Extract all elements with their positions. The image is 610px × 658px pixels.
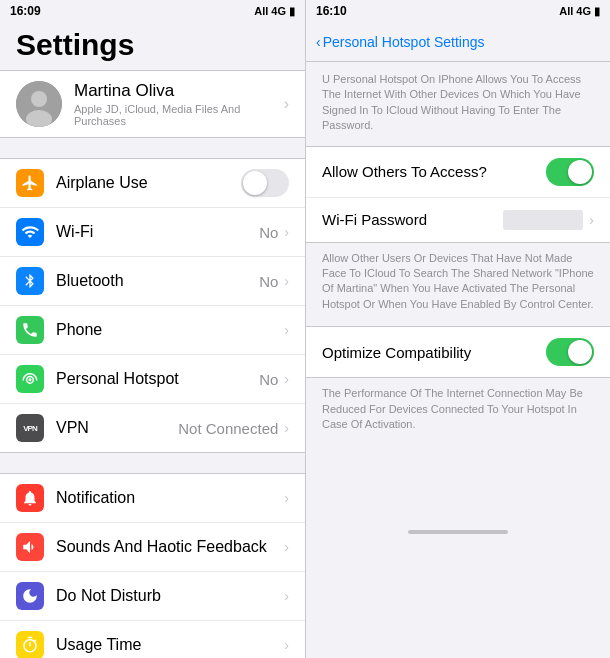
allow-others-label: Allow Others To Access? [322,163,546,180]
hotspot-value: No [259,371,278,388]
airplane-icon [16,169,44,197]
optimize-label: Optimize Compatibility [322,344,546,361]
usage-icon [16,631,44,658]
svg-point-1 [31,91,47,107]
wifi-password-chevron: › [589,212,594,228]
right-status-icons: All 4G ▮ [559,5,600,18]
notification-group: Notification › Sounds And Haotic Feedbac… [0,473,305,658]
left-time: 16:09 [10,4,41,18]
settings-item-vpn[interactable]: VPN VPN Not Connected › [0,404,305,452]
phone-chevron: › [284,322,289,338]
phone-icon [16,316,44,344]
right-time: 16:10 [316,4,347,18]
dnd-label: Do Not Disturb [56,587,284,605]
airplane-label: Airplane Use [56,174,241,192]
left-battery-icon: ▮ [289,5,295,18]
back-chevron: ‹ [316,34,321,50]
vpn-chevron: › [284,420,289,436]
right-status-bar: 16:10 All 4G ▮ [306,0,610,22]
wifi-label: Wi-Fi [56,223,259,241]
nav-back-label: Personal Hotspot Settings [323,34,485,50]
bluetooth-chevron: › [284,273,289,289]
phone-label: Phone [56,321,284,339]
nav-bar: ‹ Personal Hotspot Settings [306,22,610,62]
dnd-chevron: › [284,588,289,604]
user-profile[interactable]: Martina Oliva Apple JD, iCloud, Media Fi… [0,70,305,138]
connectivity-group: Airplane Use Wi-Fi No › Bluetooth No › [0,158,305,453]
vpn-label: VPN [56,419,178,437]
vpn-value: Not Connected [178,420,278,437]
usage-label: Usage Time [56,636,284,654]
shared-network-info: Allow Other Users Or Devices That Have N… [306,243,610,327]
wifi-chevron: › [284,224,289,240]
back-button[interactable]: ‹ Personal Hotspot Settings [316,34,485,50]
allow-others-toggle-knob [568,160,592,184]
settings-item-airplane[interactable]: Airplane Use [0,159,305,208]
user-chevron: › [284,95,289,113]
settings-title: Settings [0,22,305,70]
wifi-icon [16,218,44,246]
right-battery-icon: ▮ [594,5,600,18]
settings-item-bluetooth[interactable]: Bluetooth No › [0,257,305,306]
notification-chevron: › [284,490,289,506]
right-network: All 4G [559,5,591,17]
vpn-icon: VPN [16,414,44,442]
usage-chevron: › [284,637,289,653]
optimize-toggle-knob [568,340,592,364]
settings-item-phone[interactable]: Phone › [0,306,305,355]
left-status-bar: 16:09 All 4G ▮ [0,0,305,22]
hotspot-chevron: › [284,371,289,387]
optimize-group: Optimize Compatibility [306,326,610,378]
user-name: Martina Oliva [74,81,284,101]
bluetooth-value: No [259,273,278,290]
allow-others-group: Allow Others To Access? Wi-Fi Password › [306,146,610,243]
wifi-password-value [503,210,583,230]
wifi-password-label: Wi-Fi Password [322,211,503,228]
right-content: U Personal Hotspot On IPhone Allows You … [306,62,610,658]
settings-item-dnd[interactable]: Do Not Disturb › [0,572,305,621]
left-panel: 16:09 All 4G ▮ Settings Martina Oliva Ap… [0,0,305,658]
sounds-icon [16,533,44,561]
optimize-toggle[interactable] [546,338,594,366]
airplane-toggle-knob [243,171,267,195]
sounds-label: Sounds And Haotic Feedback [56,538,284,556]
left-status-icons: All 4G ▮ [254,5,295,18]
bluetooth-icon [16,267,44,295]
right-panel: 16:10 All 4G ▮ ‹ Personal Hotspot Settin… [305,0,610,658]
optimize-item[interactable]: Optimize Compatibility [306,327,610,377]
notification-icon [16,484,44,512]
airplane-toggle[interactable] [241,169,289,197]
sounds-chevron: › [284,539,289,555]
settings-item-notification[interactable]: Notification › [0,474,305,523]
hotspot-info-text: U Personal Hotspot On IPhone Allows You … [306,62,610,146]
settings-item-sounds[interactable]: Sounds And Haotic Feedback › [0,523,305,572]
user-info: Martina Oliva Apple JD, iCloud, Media Fi… [74,81,284,127]
bluetooth-label: Bluetooth [56,272,259,290]
left-network: All 4G [254,5,286,17]
settings-item-hotspot[interactable]: Personal Hotspot No › [0,355,305,404]
home-indicator [306,526,610,536]
avatar [16,81,62,127]
allow-others-toggle[interactable] [546,158,594,186]
settings-item-usage[interactable]: Usage Time › [0,621,305,658]
optimize-info: The Performance Of The Internet Connecti… [306,378,610,446]
hotspot-label: Personal Hotspot [56,370,259,388]
wifi-value: No [259,224,278,241]
settings-item-wifi[interactable]: Wi-Fi No › [0,208,305,257]
allow-others-item[interactable]: Allow Others To Access? [306,147,610,198]
user-sub: Apple JD, iCloud, Media Files And Purcha… [74,103,284,127]
dnd-icon [16,582,44,610]
home-bar [408,530,508,534]
hotspot-icon [16,365,44,393]
notification-label: Notification [56,489,284,507]
wifi-password-item[interactable]: Wi-Fi Password › [306,198,610,242]
